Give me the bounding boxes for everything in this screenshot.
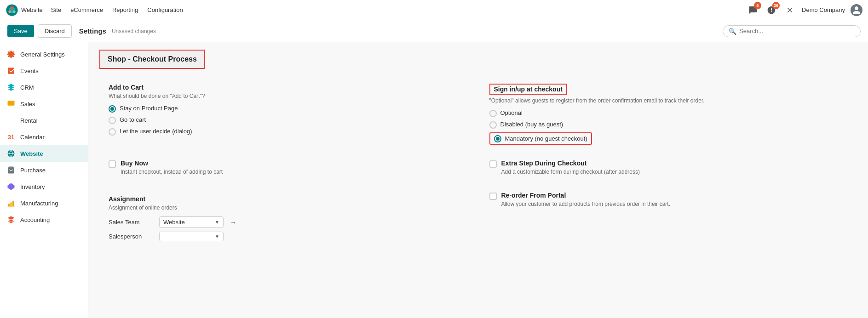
radio-optional[interactable]: Optional (489, 109, 848, 117)
manufacturing-icon (6, 199, 16, 208)
reorder-checkbox[interactable] (489, 193, 497, 200)
add-to-cart-desc: What should be done on "Add to Cart"? (109, 93, 467, 99)
svg-point-2 (11, 6, 14, 9)
sales-team-dropdown-icon: ▼ (215, 220, 219, 225)
salesperson-label: Salesperson (109, 233, 155, 240)
salesperson-row: Salesperson ▼ (109, 232, 467, 241)
radio-stay-label: Stay on Product Page (120, 105, 178, 112)
buy-now-checkbox[interactable] (109, 160, 116, 168)
chat-badge: 6 (754, 2, 761, 9)
sidebar-item-inventory[interactable]: Inventory (0, 178, 88, 195)
buy-now-title: Buy Now (121, 159, 467, 167)
crm-icon (6, 83, 16, 92)
radio-go-label: Go to cart (120, 116, 146, 123)
sidebar-label-inventory: Inventory (20, 183, 45, 190)
external-link-icon[interactable]: → (230, 219, 236, 226)
sidebar-label-rental: Rental (20, 117, 38, 124)
events-icon (6, 66, 16, 75)
reorder-desc: Allow your customer to add products from… (501, 201, 848, 207)
extra-step-checkbox[interactable] (489, 160, 497, 168)
sidebar-label-general-settings: General Settings (20, 51, 65, 58)
sidebar-label-website: Website (20, 150, 43, 157)
sidebar-item-website[interactable]: Website (0, 145, 88, 162)
assignment-title: Assignment (109, 195, 467, 203)
nav-site[interactable]: Site (50, 5, 62, 15)
sidebar-label-events: Events (20, 68, 39, 74)
svg-rect-6 (8, 101, 15, 106)
purchase-icon (6, 165, 16, 175)
user-avatar[interactable] (851, 4, 862, 16)
radio-disabled-circle (489, 121, 497, 129)
extra-step-desc: Add a customizable form during checkout … (501, 169, 848, 175)
radio-go[interactable]: Go to cart (109, 116, 467, 124)
salesperson-select[interactable]: ▼ (159, 232, 224, 241)
sidebar-item-events[interactable]: Events (0, 62, 88, 79)
assignment-block: Assignment Assignment of online orders S… (99, 188, 477, 249)
unsaved-label: Unsaved changes (112, 28, 156, 34)
nav-configuration[interactable]: Configuration (146, 5, 184, 15)
chat-icon-btn[interactable]: 6 (747, 4, 759, 17)
sidebar-label-sales: Sales (20, 101, 35, 108)
save-button[interactable]: Save (7, 25, 34, 37)
search-input[interactable] (739, 28, 855, 34)
radio-mandatory-circle (494, 135, 501, 142)
sidebar-item-manufacturing[interactable]: Manufacturing (0, 195, 88, 211)
radio-user-label: Let the user decide (dialog) (120, 128, 192, 135)
nav-icons: 6 26 Demo Company (747, 4, 862, 17)
radio-mandatory[interactable]: Mandatory (no guest checkout) (489, 132, 848, 145)
close-icon-btn[interactable] (783, 4, 796, 17)
extra-step-title: Extra Step During Checkout (501, 159, 848, 167)
website-icon (6, 149, 16, 158)
app-name: Website (21, 6, 43, 13)
sidebar-item-crm[interactable]: CRM (0, 79, 88, 96)
sales-team-label: Sales Team (109, 219, 155, 226)
rental-icon (6, 116, 16, 125)
buy-now-desc: Instant checkout, instead of adding to c… (121, 169, 467, 175)
salesperson-dropdown-icon: ▼ (215, 234, 219, 239)
general-settings-icon (6, 50, 16, 59)
sidebar-item-accounting[interactable]: Accounting (0, 211, 88, 228)
add-to-cart-options: Stay on Product Page Go to cart Let the … (109, 105, 467, 136)
activity-badge: 26 (772, 2, 780, 9)
radio-stay-inner (110, 107, 114, 111)
nav-ecommerce[interactable]: eCommerce (69, 5, 104, 15)
sidebar-label-crm: CRM (20, 84, 34, 91)
calendar-icon: 31 (6, 132, 16, 142)
app-logo[interactable]: Website (6, 4, 43, 17)
nav-reporting[interactable]: Reporting (111, 5, 139, 15)
toolbar-title: Settings (79, 27, 106, 35)
sales-team-value: Website (163, 219, 213, 226)
radio-optional-label: Optional (500, 109, 523, 116)
sidebar-item-rental[interactable]: Rental (0, 112, 88, 129)
radio-mandatory-label: Mandatory (no guest checkout) (505, 135, 587, 142)
company-name: Demo Company (802, 6, 845, 13)
toolbar: Save Discard Settings Unsaved changes 🔍 (0, 20, 868, 42)
search-box[interactable]: 🔍 (723, 25, 861, 37)
nav-links: Site eCommerce Reporting Configuration (50, 5, 184, 15)
radio-user[interactable]: Let the user decide (dialog) (109, 128, 467, 136)
sidebar-item-calendar[interactable]: 31 Calendar (0, 129, 88, 145)
sidebar: General Settings Events CRM Sales (0, 42, 88, 318)
sidebar-scroll: General Settings Events CRM Sales (0, 42, 88, 232)
radio-disabled-label: Disabled (buy as guest) (500, 121, 563, 128)
activity-icon-btn[interactable]: 26 (765, 4, 778, 17)
reorder-title: Re-order From Portal (501, 192, 848, 199)
radio-stay[interactable]: Stay on Product Page (109, 105, 467, 113)
sales-team-select[interactable]: Website ▼ (159, 216, 224, 228)
sidebar-item-purchase[interactable]: Purchase (0, 162, 88, 178)
radio-disabled[interactable]: Disabled (buy as guest) (489, 121, 848, 129)
inventory-icon (6, 182, 16, 191)
reorder-block: Re-order From Portal Allow your customer… (480, 188, 857, 249)
radio-optional-circle (489, 110, 497, 117)
sign-in-desc: "Optional" allows guests to register fro… (489, 97, 848, 104)
sidebar-item-sales[interactable]: Sales (0, 96, 88, 112)
sidebar-item-general-settings[interactable]: General Settings (0, 46, 88, 62)
top-navigation: Website Site eCommerce Reporting Configu… (0, 0, 868, 20)
add-to-cart-title: Add to Cart (109, 84, 467, 91)
add-to-cart-block: Add to Cart What should be done on "Add … (99, 76, 477, 152)
sales-team-row: Sales Team Website ▼ → (109, 216, 467, 228)
sidebar-label-manufacturing: Manufacturing (20, 200, 58, 207)
sidebar-label-purchase: Purchase (20, 167, 46, 174)
discard-button[interactable]: Discard (38, 24, 72, 38)
sidebar-label-calendar: Calendar (20, 134, 45, 141)
